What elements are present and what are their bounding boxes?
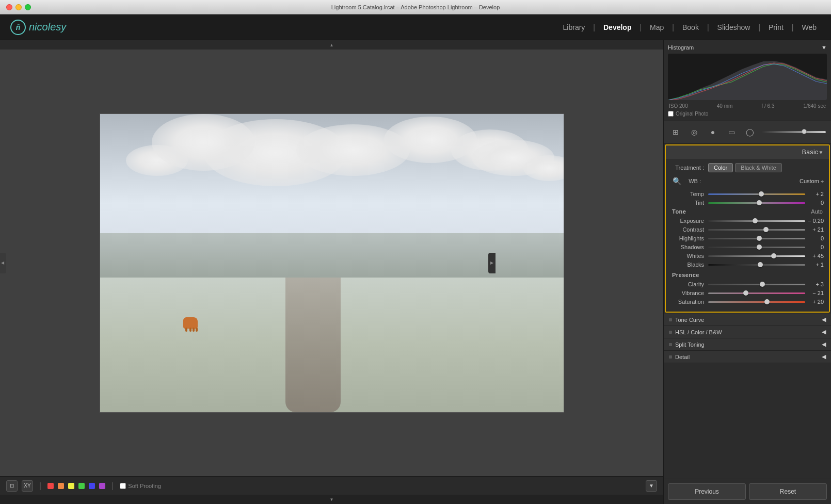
shadows-thumb[interactable] <box>757 245 762 250</box>
whites-label: Whites <box>671 253 708 259</box>
split-toning-title: Split Toning <box>675 342 705 348</box>
nav-web[interactable]: Web <box>797 21 821 34</box>
saturation-slider[interactable] <box>708 299 805 305</box>
view-mode-button[interactable]: ⊡ <box>6 480 18 492</box>
exposure-label: Exposure <box>671 218 708 224</box>
spot-removal-tool[interactable]: ◎ <box>688 125 701 139</box>
graduated-filter-tool[interactable]: ▭ <box>725 125 738 139</box>
highlights-thumb[interactable] <box>757 236 762 241</box>
close-button[interactable] <box>6 4 12 10</box>
vibrance-slider[interactable] <box>708 290 805 296</box>
blacks-label: Blacks <box>671 262 708 268</box>
treatment-row: Treatment : Color Black & White <box>671 163 824 172</box>
compare-button[interactable]: XY <box>22 480 33 492</box>
hsl-dot <box>669 331 672 334</box>
redeye-tool[interactable]: ● <box>706 125 720 139</box>
minimize-button[interactable] <box>15 4 22 10</box>
split-toning-arrow[interactable]: ◀ <box>822 341 826 348</box>
basic-panel-header[interactable]: Basic ▼ <box>666 145 829 159</box>
tint-thumb[interactable] <box>757 200 762 205</box>
contrast-slider[interactable] <box>708 226 805 233</box>
exposure-thumb[interactable] <box>753 218 758 223</box>
bw-button[interactable]: Black & White <box>735 163 781 172</box>
traffic-lights <box>6 4 31 10</box>
soft-proofing-checkbox[interactable] <box>120 483 126 489</box>
tool-mini-slider[interactable] <box>762 131 826 133</box>
color-button[interactable]: Color <box>708 163 733 172</box>
panel-spacer <box>664 363 831 479</box>
flag-yellow[interactable] <box>68 483 74 489</box>
original-photo-label: Original Photo <box>676 111 708 117</box>
split-toning-dot <box>669 343 672 346</box>
nav-library[interactable]: Library <box>559 21 589 34</box>
basic-panel: Basic ▼ Treatment : Color Black & White <box>665 144 830 313</box>
flag-red[interactable] <box>47 483 54 489</box>
histogram-arrow[interactable]: ▼ <box>821 44 827 51</box>
nav-slideshow[interactable]: Slideshow <box>713 21 755 34</box>
flag-orange[interactable] <box>58 483 64 489</box>
previous-button[interactable]: Previous <box>668 483 746 500</box>
temp-thumb[interactable] <box>759 191 764 197</box>
nav-develop[interactable]: Develop <box>599 21 635 34</box>
detail-arrow[interactable]: ◀ <box>822 353 826 360</box>
original-photo-checkbox[interactable] <box>668 111 674 117</box>
tone-curve-arrow[interactable]: ◀ <box>822 316 826 323</box>
temp-value: + 2 <box>805 191 824 197</box>
basic-panel-content: Treatment : Color Black & White 🔍 WB : C… <box>666 159 829 312</box>
fullscreen-button[interactable] <box>25 4 31 10</box>
path <box>285 278 341 412</box>
saturation-thumb[interactable] <box>764 299 770 304</box>
treatment-label: Treatment : <box>671 165 708 171</box>
crop-tool[interactable]: ⊞ <box>669 125 682 139</box>
contrast-thumb[interactable] <box>763 227 769 232</box>
radial-filter-tool[interactable]: ◯ <box>743 125 757 139</box>
temp-slider[interactable] <box>708 191 805 197</box>
flag-green[interactable] <box>78 483 85 489</box>
tint-label: Tint <box>671 200 708 206</box>
vibrance-thumb[interactable] <box>743 290 748 296</box>
split-toning-panel[interactable]: Split Toning ◀ <box>664 338 831 351</box>
iso-label: ISO 200 <box>669 103 688 109</box>
histogram-header: Histogram ▼ <box>668 44 827 51</box>
reset-button[interactable]: Reset <box>749 483 827 500</box>
flag-blue[interactable] <box>89 483 95 489</box>
auto-button[interactable]: Auto <box>811 208 823 215</box>
clarity-thumb[interactable] <box>760 282 765 287</box>
tool-mini-thumb[interactable] <box>802 129 807 134</box>
wb-value[interactable]: Custom ÷ <box>705 178 824 184</box>
right-panel-collapse[interactable]: ▶ <box>488 253 496 273</box>
tone-curve-panel[interactable]: Tone Curve ◀ <box>664 314 831 326</box>
right-panel: Histogram ▼ <box>663 40 831 504</box>
presence-header: Presence <box>671 272 824 278</box>
wb-eyedropper-tool[interactable]: 🔍 <box>671 175 682 187</box>
hsl-panel[interactable]: HSL / Color / B&W ◀ <box>664 326 831 338</box>
filmstrip-bottom-arrow[interactable] <box>0 495 663 504</box>
blacks-thumb[interactable] <box>758 262 763 267</box>
filmstrip-top-arrow[interactable] <box>0 40 663 50</box>
blacks-slider[interactable] <box>708 262 805 268</box>
flag-purple[interactable] <box>99 483 105 489</box>
photo-main: ◀ <box>0 50 663 476</box>
basic-panel-arrow[interactable]: ▼ <box>819 150 824 155</box>
cloud-6 <box>152 114 255 171</box>
highlights-slider[interactable] <box>708 235 805 241</box>
nav-map[interactable]: Map <box>646 21 668 34</box>
shadows-slider[interactable] <box>708 244 805 250</box>
whites-thumb[interactable] <box>771 253 776 258</box>
main-content: ◀ <box>0 40 831 504</box>
hsl-title: HSL / Color / B&W <box>675 329 722 335</box>
left-panel-collapse[interactable]: ◀ <box>0 253 6 273</box>
clarity-value: + 3 <box>805 281 824 287</box>
whites-slider[interactable] <box>708 253 805 259</box>
more-options-button[interactable]: ▼ <box>646 480 657 492</box>
nav-print[interactable]: Print <box>764 21 788 34</box>
dog-figure <box>183 317 198 329</box>
detail-panel[interactable]: Detail ◀ <box>664 351 831 363</box>
nav-book[interactable]: Book <box>678 21 703 34</box>
hsl-arrow[interactable]: ◀ <box>822 329 826 335</box>
wb-row: 🔍 WB : Custom ÷ <box>671 175 824 187</box>
tint-slider[interactable] <box>708 200 805 206</box>
saturation-label: Saturation <box>671 299 708 305</box>
clarity-slider[interactable] <box>708 281 805 287</box>
exposure-slider[interactable] <box>708 218 805 224</box>
